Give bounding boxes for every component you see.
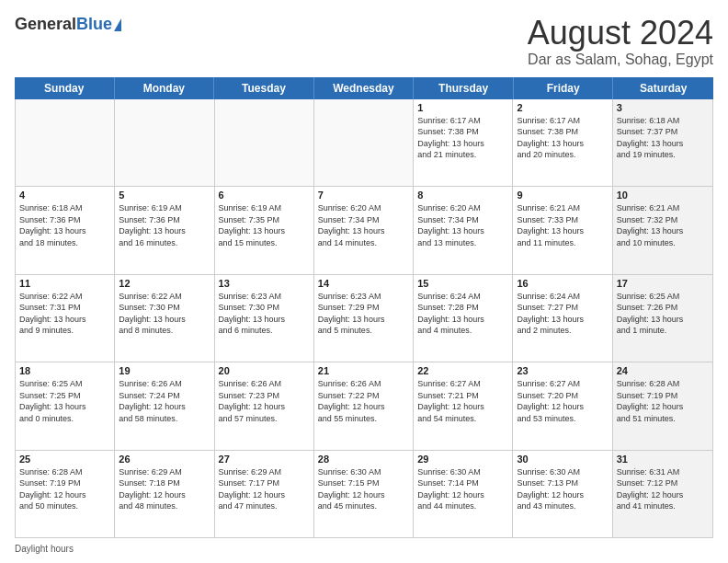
calendar-row: 25Sunrise: 6:28 AM Sunset: 7:19 PM Dayli… — [16, 451, 712, 537]
day-number: 1 — [417, 102, 508, 113]
footer: Daylight hours — [15, 544, 713, 554]
day-number: 14 — [318, 278, 409, 289]
logo-general: General — [15, 15, 76, 34]
calendar-cell — [215, 99, 314, 186]
calendar-cell: 30Sunrise: 6:30 AM Sunset: 7:13 PM Dayli… — [513, 451, 612, 537]
day-number: 11 — [19, 278, 110, 289]
calendar-cell: 11Sunrise: 6:22 AM Sunset: 7:31 PM Dayli… — [16, 275, 115, 362]
calendar-cell: 9Sunrise: 6:21 AM Sunset: 7:33 PM Daylig… — [513, 187, 612, 273]
day-number: 3 — [617, 102, 709, 113]
logo-text: GeneralBlue — [15, 15, 121, 34]
cell-info: Sunrise: 6:21 AM Sunset: 7:32 PM Dayligh… — [617, 202, 709, 248]
day-number: 5 — [119, 190, 210, 201]
calendar-cell: 22Sunrise: 6:27 AM Sunset: 7:21 PM Dayli… — [414, 362, 513, 449]
cell-info: Sunrise: 6:24 AM Sunset: 7:27 PM Dayligh… — [517, 291, 608, 337]
day-number: 7 — [318, 190, 409, 201]
calendar-cell: 14Sunrise: 6:23 AM Sunset: 7:29 PM Dayli… — [314, 275, 414, 362]
calendar-cell: 4Sunrise: 6:18 AM Sunset: 7:36 PM Daylig… — [16, 187, 115, 273]
calendar-cell: 7Sunrise: 6:20 AM Sunset: 7:34 PM Daylig… — [314, 187, 414, 273]
calendar-header-cell: Monday — [115, 77, 215, 99]
month-year-title: August 2024 — [528, 15, 713, 52]
calendar-header: SundayMondayTuesdayWednesdayThursdayFrid… — [15, 77, 713, 99]
day-number: 16 — [517, 278, 608, 289]
calendar-cell: 21Sunrise: 6:26 AM Sunset: 7:22 PM Dayli… — [314, 362, 414, 449]
cell-info: Sunrise: 6:17 AM Sunset: 7:38 PM Dayligh… — [517, 115, 608, 161]
calendar-cell: 27Sunrise: 6:29 AM Sunset: 7:17 PM Dayli… — [215, 451, 314, 537]
calendar-header-cell: Friday — [514, 77, 614, 99]
title-section: August 2024 Dar as Salam, Sohag, Egypt — [528, 15, 713, 68]
day-number: 29 — [417, 454, 508, 465]
calendar-cell: 3Sunrise: 6:18 AM Sunset: 7:37 PM Daylig… — [613, 99, 712, 186]
cell-info: Sunrise: 6:30 AM Sunset: 7:14 PM Dayligh… — [417, 466, 508, 512]
calendar-header-cell: Tuesday — [214, 77, 314, 99]
cell-info: Sunrise: 6:30 AM Sunset: 7:13 PM Dayligh… — [517, 466, 608, 512]
day-number: 20 — [219, 365, 310, 376]
day-number: 19 — [119, 365, 210, 376]
cell-info: Sunrise: 6:18 AM Sunset: 7:37 PM Dayligh… — [617, 115, 709, 161]
day-number: 22 — [417, 365, 508, 376]
day-number: 26 — [119, 454, 210, 465]
calendar-cell: 29Sunrise: 6:30 AM Sunset: 7:14 PM Dayli… — [414, 451, 513, 537]
cell-info: Sunrise: 6:18 AM Sunset: 7:36 PM Dayligh… — [19, 202, 110, 248]
calendar-cell: 6Sunrise: 6:19 AM Sunset: 7:35 PM Daylig… — [215, 187, 314, 273]
day-number: 13 — [219, 278, 310, 289]
calendar-cell — [115, 99, 214, 186]
calendar-cell: 20Sunrise: 6:26 AM Sunset: 7:23 PM Dayli… — [215, 362, 314, 449]
calendar-row: 1Sunrise: 6:17 AM Sunset: 7:38 PM Daylig… — [16, 99, 712, 187]
day-number: 31 — [617, 454, 709, 465]
calendar-cell: 31Sunrise: 6:31 AM Sunset: 7:12 PM Dayli… — [613, 451, 712, 537]
calendar: SundayMondayTuesdayWednesdayThursdayFrid… — [15, 77, 713, 538]
calendar-cell: 28Sunrise: 6:30 AM Sunset: 7:15 PM Dayli… — [314, 451, 414, 537]
cell-info: Sunrise: 6:28 AM Sunset: 7:19 PM Dayligh… — [19, 466, 110, 512]
day-number: 23 — [517, 365, 608, 376]
calendar-header-cell: Saturday — [613, 77, 713, 99]
cell-info: Sunrise: 6:23 AM Sunset: 7:30 PM Dayligh… — [219, 291, 310, 337]
day-number: 6 — [219, 190, 310, 201]
calendar-cell: 26Sunrise: 6:29 AM Sunset: 7:18 PM Dayli… — [115, 451, 214, 537]
day-number: 12 — [119, 278, 210, 289]
cell-info: Sunrise: 6:28 AM Sunset: 7:19 PM Dayligh… — [617, 378, 709, 424]
cell-info: Sunrise: 6:31 AM Sunset: 7:12 PM Dayligh… — [617, 466, 709, 512]
cell-info: Sunrise: 6:19 AM Sunset: 7:36 PM Dayligh… — [119, 202, 210, 248]
calendar-cell: 19Sunrise: 6:26 AM Sunset: 7:24 PM Dayli… — [115, 362, 214, 449]
day-number: 25 — [19, 454, 110, 465]
logo-triangle-icon — [114, 18, 121, 31]
cell-info: Sunrise: 6:26 AM Sunset: 7:22 PM Dayligh… — [318, 378, 409, 424]
calendar-cell: 15Sunrise: 6:24 AM Sunset: 7:28 PM Dayli… — [414, 275, 513, 362]
cell-info: Sunrise: 6:29 AM Sunset: 7:17 PM Dayligh… — [219, 466, 310, 512]
calendar-header-cell: Sunday — [15, 77, 115, 99]
calendar-cell: 25Sunrise: 6:28 AM Sunset: 7:19 PM Dayli… — [16, 451, 115, 537]
logo: GeneralBlue — [15, 15, 121, 34]
calendar-header-cell: Thursday — [414, 77, 514, 99]
calendar-cell: 23Sunrise: 6:27 AM Sunset: 7:20 PM Dayli… — [513, 362, 612, 449]
cell-info: Sunrise: 6:27 AM Sunset: 7:21 PM Dayligh… — [417, 378, 508, 424]
logo-blue: Blue — [76, 15, 112, 34]
calendar-cell: 17Sunrise: 6:25 AM Sunset: 7:26 PM Dayli… — [613, 275, 712, 362]
day-number: 30 — [517, 454, 608, 465]
day-number: 17 — [617, 278, 709, 289]
day-number: 4 — [19, 190, 110, 201]
calendar-cell: 12Sunrise: 6:22 AM Sunset: 7:30 PM Dayli… — [115, 275, 214, 362]
cell-info: Sunrise: 6:19 AM Sunset: 7:35 PM Dayligh… — [219, 202, 310, 248]
calendar-row: 4Sunrise: 6:18 AM Sunset: 7:36 PM Daylig… — [16, 187, 712, 274]
cell-info: Sunrise: 6:22 AM Sunset: 7:31 PM Dayligh… — [19, 291, 110, 337]
day-number: 15 — [417, 278, 508, 289]
calendar-cell — [16, 99, 115, 186]
cell-info: Sunrise: 6:24 AM Sunset: 7:28 PM Dayligh… — [417, 291, 508, 337]
calendar-cell: 16Sunrise: 6:24 AM Sunset: 7:27 PM Dayli… — [513, 275, 612, 362]
page: GeneralBlue August 2024 Dar as Salam, So… — [0, 0, 728, 563]
cell-info: Sunrise: 6:22 AM Sunset: 7:30 PM Dayligh… — [119, 291, 210, 337]
day-number: 27 — [219, 454, 310, 465]
cell-info: Sunrise: 6:30 AM Sunset: 7:15 PM Dayligh… — [318, 466, 409, 512]
calendar-cell: 24Sunrise: 6:28 AM Sunset: 7:19 PM Dayli… — [613, 362, 712, 449]
calendar-cell: 10Sunrise: 6:21 AM Sunset: 7:32 PM Dayli… — [613, 187, 712, 273]
day-number: 9 — [517, 190, 608, 201]
calendar-header-cell: Wednesday — [314, 77, 415, 99]
day-number: 10 — [617, 190, 709, 201]
calendar-row: 11Sunrise: 6:22 AM Sunset: 7:31 PM Dayli… — [16, 275, 712, 362]
calendar-body: 1Sunrise: 6:17 AM Sunset: 7:38 PM Daylig… — [15, 99, 713, 538]
calendar-cell: 8Sunrise: 6:20 AM Sunset: 7:34 PM Daylig… — [414, 187, 513, 273]
day-number: 2 — [517, 102, 608, 113]
day-number: 8 — [417, 190, 508, 201]
day-number: 28 — [318, 454, 409, 465]
